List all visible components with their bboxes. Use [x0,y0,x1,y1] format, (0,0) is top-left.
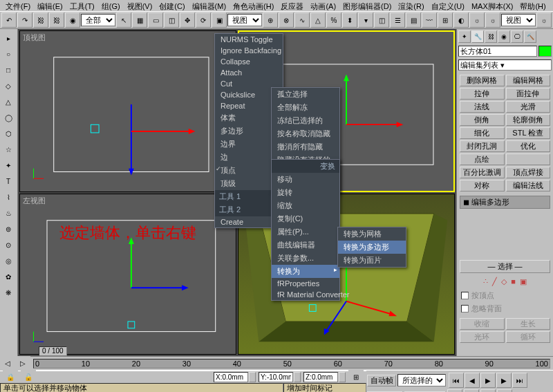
mod-btn-13[interactable] [506,153,551,165]
loop-button[interactable]: 循环 [506,331,551,343]
tab-button-16[interactable]: ✿ [1,269,16,284]
mod-btn-9[interactable]: STL 检查 [506,127,551,139]
snap-button[interactable]: ∿ [294,12,310,28]
nav-zoom-button[interactable]: 🔍 [464,389,479,392]
ctx-collapse[interactable]: Collapse [215,56,283,67]
ring-button[interactable]: 光环 [460,331,505,343]
tab-button-17[interactable]: ❋ [1,285,16,300]
material-editor-button[interactable]: ◐ [453,12,469,28]
menu-tools[interactable]: 工具(T) [67,1,97,10]
rollout-selection[interactable]: — 选择 — [460,260,550,273]
scale-button[interactable]: ▣ [212,12,227,28]
menu-render[interactable]: 渲染(R) [395,1,427,10]
ctx-to-mesh[interactable]: 转换为网格 [338,227,406,241]
goto-start-button[interactable]: ⏮ [449,373,464,388]
display-tab[interactable]: 🖵 [511,30,523,43]
coord-y-input[interactable] [259,372,293,382]
menu-help[interactable]: 帮助(H) [517,1,548,10]
tab-button-3[interactable]: □ [1,62,16,77]
quick-render-button[interactable]: ☼ [485,12,500,28]
ctx-curve-editor[interactable]: 曲线编辑器 [272,239,339,252]
mod-btn-16[interactable]: 对称 [460,180,505,192]
next-frame-button[interactable]: ▶ [496,373,512,388]
menu-create[interactable]: 创建(C) [156,1,187,10]
tab-button-4[interactable]: ◇ [1,78,16,93]
nav-orbit-button[interactable]: 🌐 [480,389,496,392]
select-name-button[interactable]: ▦ [132,12,147,28]
goto-end-button[interactable]: ⏭ [512,373,527,388]
ctx-freeze-sel[interactable]: 冻结已选择的 [272,114,339,127]
mod-btn-1[interactable]: 编辑网格 [506,75,551,86]
ctx-isolate[interactable]: 孤立选择 [272,88,339,101]
prev-frame-button[interactable]: ◀ [465,373,480,388]
hierarchy-tab[interactable]: ⛓ [485,30,497,43]
mod-btn-2[interactable]: 拉伸 [460,88,505,100]
align-button[interactable]: ☰ [390,12,405,28]
rotate-button[interactable]: ⟳ [196,12,211,28]
ctx-properties[interactable]: 属性(P)... [272,225,339,239]
mod-btn-11[interactable]: 优化 [506,140,551,152]
render-dropdown[interactable]: 视图 [501,14,536,26]
snap-angle-button[interactable]: △ [310,12,326,28]
modify-tab[interactable]: 🔧 [471,30,484,43]
mod-btn-10[interactable]: 封闭孔洞 [460,140,505,152]
tab-button-9[interactable]: ✦ [1,158,16,173]
menu-group[interactable]: 组(G) [99,1,123,10]
viewport-left[interactable]: 左视图 [19,194,236,355]
pivot-button[interactable]: ⊕ [263,12,278,28]
viewport-top[interactable]: 顶视图 [19,30,236,192]
ctx-attach[interactable]: Attach [215,67,283,78]
tab-button-13[interactable]: ⊚ [1,221,16,236]
named-sel-button[interactable]: ▾ [358,12,373,28]
tab-button-12[interactable]: ♨ [1,205,16,221]
redo-button[interactable]: ↷ [17,12,32,28]
modifier-list-dropdown[interactable]: 编辑集列表 ▾ [458,59,552,71]
mod-btn-15[interactable]: 顶点焊接 [506,167,551,178]
schematic-button[interactable]: ⊞ [438,12,453,28]
nav-maximize-button[interactable]: ⛶ [497,389,512,392]
object-color-swatch[interactable] [538,46,552,57]
timeline-track[interactable]: 0102030405060708090100 [33,359,550,368]
spinner-snap-button[interactable]: ⬍ [342,12,357,28]
menu-maxscript[interactable]: MAX脚本(X) [469,1,516,10]
motion-tab[interactable]: ◉ [498,30,510,43]
time-tag-button[interactable]: 增加时间标记 [283,383,366,392]
menu-view[interactable]: 视图(V) [124,1,156,10]
object-name-input[interactable] [458,46,537,57]
autokey-button[interactable]: 自动帧 [367,375,396,386]
ctx-rotate[interactable]: 旋转 [272,186,339,199]
subobj-border-icon[interactable]: ◇ [501,277,507,286]
menu-reactor[interactable]: 反应器 [278,1,306,10]
tab-button-1[interactable]: ▸ [1,30,16,46]
menu-animation[interactable]: 动画(A) [308,1,339,10]
ctx-unhide-name[interactable]: 按名称取消隐藏 [272,127,339,140]
mod-btn-12[interactable]: 点绘 [460,153,505,165]
selection-filter[interactable]: 全部 [81,14,115,26]
bind-button[interactable]: ◉ [65,12,80,28]
rollout-edit-poly[interactable]: ◼ 编辑多边形 [460,196,550,209]
ctx-to-patch[interactable]: 转换为面片 [338,254,406,267]
mirror-button[interactable]: ◫ [374,12,389,28]
select-rect-button[interactable]: ▭ [148,12,163,28]
grow-button[interactable]: 生长 [506,318,551,330]
subobj-poly-icon[interactable]: ■ [511,277,516,286]
tab-button-7[interactable]: ⬡ [1,126,16,141]
subobj-element-icon[interactable]: ▣ [520,277,527,286]
link-button[interactable]: ⛓ [33,12,48,28]
ignore-backfacing-checkbox[interactable] [461,305,469,312]
create-tab[interactable]: ✦ [458,30,471,43]
mod-btn-8[interactable]: 细化 [460,127,505,139]
snap-percent-button[interactable]: % [326,12,341,28]
menu-customize[interactable]: 自定义(U) [429,1,467,10]
coord-y-spinner[interactable] [294,372,301,382]
shrink-button[interactable]: 收缩 [460,318,505,330]
ctx-clone[interactable]: 复制(C) [272,212,339,225]
restrict-x-button[interactable]: ⊗ [279,12,294,28]
menu-character[interactable]: 角色动画(H) [230,1,276,10]
ref-coord-dropdown[interactable]: 视图 [227,14,262,26]
timeline-next-button[interactable]: ▷ [15,356,30,371]
coord-z-spinner[interactable] [339,372,346,382]
window-crossing-button[interactable]: ◫ [164,12,179,28]
render-last-button[interactable]: ☼ [536,12,552,28]
undo-button[interactable]: ↶ [1,12,17,28]
